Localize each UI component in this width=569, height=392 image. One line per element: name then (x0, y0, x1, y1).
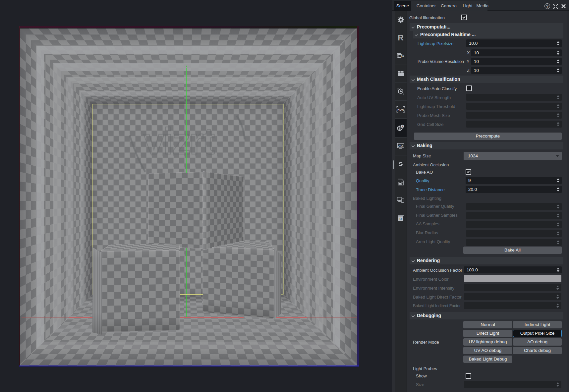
svg-text:fx: fx (401, 53, 404, 58)
svg-text:vizrt: vizrt (143, 120, 214, 162)
svg-text:T: T (402, 125, 404, 128)
svg-text:AO: AO (398, 144, 403, 147)
svg-text:U: U (400, 217, 402, 220)
svg-text:HDR: HDR (397, 108, 404, 111)
